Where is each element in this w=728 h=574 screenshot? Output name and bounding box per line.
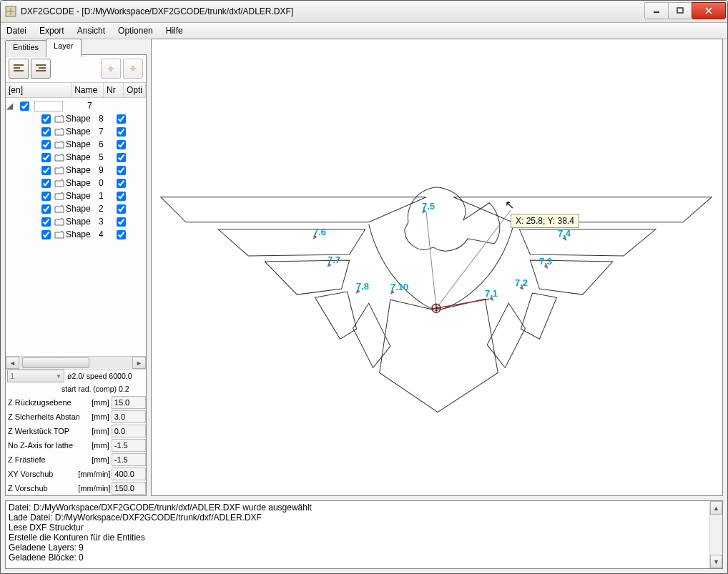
shape-opt-checkbox[interactable] xyxy=(117,179,126,188)
param-label: Z Frästiefe xyxy=(6,455,79,464)
shape-opt-checkbox[interactable] xyxy=(117,204,126,214)
shape-nr: 6 xyxy=(99,139,112,149)
shape-enable-checkbox[interactable] xyxy=(41,230,51,239)
minimize-button[interactable] xyxy=(644,2,669,19)
shape-enable-checkbox[interactable] xyxy=(41,179,51,188)
shape-icon xyxy=(53,114,66,123)
shape-opt-checkbox[interactable] xyxy=(117,230,126,239)
titlebar[interactable]: DXF2GCODE - [D:/MyWorkspace/DXF2GCODE/tr… xyxy=(1,1,727,23)
log-scrollbar[interactable]: ▲ ▼ xyxy=(709,501,722,568)
tree-root-row[interactable]: ◢ 7 xyxy=(6,99,146,112)
tree-row[interactable]: ◢Shape1 xyxy=(6,189,146,202)
move-down-button[interactable] xyxy=(123,59,143,79)
menu-export[interactable]: Export xyxy=(39,26,64,36)
coord-tooltip: X: 25.8; Y: 38.4 xyxy=(511,214,579,228)
close-button[interactable] xyxy=(692,2,726,19)
collapse-icon[interactable]: ◢ xyxy=(6,101,13,111)
shape-enable-checkbox[interactable] xyxy=(41,114,51,124)
shape-enable-checkbox[interactable] xyxy=(41,217,51,227)
param-label: XY Vorschub xyxy=(6,470,78,478)
param-unit: [mm] xyxy=(79,455,112,464)
shape-name: Shape xyxy=(66,165,99,175)
param-unit: [mm] xyxy=(79,412,112,421)
shape-enable-checkbox[interactable] xyxy=(41,127,51,137)
menu-ansicht[interactable]: Ansicht xyxy=(77,26,105,36)
tree-row[interactable]: ◢Shape2 xyxy=(6,202,146,215)
shape-enable-checkbox[interactable] xyxy=(41,153,51,162)
scroll-left-icon[interactable]: ◄ xyxy=(6,357,19,369)
shape-enable-checkbox[interactable] xyxy=(41,166,51,175)
shape-name: Shape xyxy=(66,152,99,162)
shape-nr: 5 xyxy=(99,152,112,162)
param-value[interactable]: 400.0 xyxy=(112,467,146,480)
param-value[interactable]: 15.0 xyxy=(112,396,146,409)
move-up-button[interactable] xyxy=(101,59,121,79)
param-label: Z Rückzugsebene xyxy=(6,398,79,407)
shape-enable-checkbox[interactable] xyxy=(41,140,51,149)
shape-name: Shape xyxy=(66,191,99,201)
shape-opt-checkbox[interactable] xyxy=(117,140,126,149)
app-icon xyxy=(5,6,16,17)
col-opt[interactable]: Opti xyxy=(124,83,146,97)
shape-enable-checkbox[interactable] xyxy=(41,204,51,214)
cursor-icon: ↖ xyxy=(505,198,514,212)
shape-opt-checkbox[interactable] xyxy=(117,127,126,137)
scroll-right-icon[interactable]: ► xyxy=(132,357,146,369)
svg-rect-4 xyxy=(132,66,134,68)
shape-name: Shape xyxy=(66,139,99,149)
shape-enable-checkbox[interactable] xyxy=(41,192,51,201)
col-nr[interactable]: Nr xyxy=(104,83,124,97)
shape-opt-checkbox[interactable] xyxy=(117,166,126,175)
menu-optionen[interactable]: Optionen xyxy=(118,26,153,36)
param-value[interactable]: -1.5 xyxy=(112,439,146,452)
maximize-button[interactable] xyxy=(668,2,692,19)
svg-rect-2 xyxy=(677,8,683,13)
menu-datei[interactable]: Datei xyxy=(6,26,26,36)
tree-row[interactable]: ◢Shape3 xyxy=(6,215,146,228)
root-name-edit[interactable] xyxy=(34,101,63,112)
side-panel: Entities Layer [en] Name xyxy=(5,39,147,496)
tool-info-1: ø2.0/ speed 6000.0 xyxy=(67,372,132,380)
shape-opt-checkbox[interactable] xyxy=(117,192,126,201)
shape-nr: 8 xyxy=(99,114,112,124)
menu-hilfe[interactable]: Hilfe xyxy=(166,26,183,36)
tab-layer[interactable]: Layer xyxy=(46,39,82,57)
tree-row[interactable]: ◢Shape8 xyxy=(6,112,146,125)
svg-rect-3 xyxy=(109,69,112,71)
drawing-canvas[interactable]: 7.57.67.47.77.37.87.27.107.1 ↖ X: 25.8; … xyxy=(151,39,723,496)
shape-name: Shape xyxy=(66,204,99,214)
param-value[interactable]: 0.0 xyxy=(112,425,146,437)
tree-hscroll[interactable]: ◄ ► xyxy=(6,356,146,369)
param-value[interactable]: 3.0 xyxy=(112,410,146,423)
param-row: No Z-Axis for lathe[mm]-1.5 xyxy=(6,438,146,452)
root-enable-checkbox[interactable] xyxy=(20,102,29,111)
scroll-down-icon[interactable]: ▼ xyxy=(710,555,722,568)
param-value[interactable]: 150.0 xyxy=(112,482,146,495)
param-unit: [mm] xyxy=(79,398,112,407)
tool-select[interactable]: 1▼ xyxy=(7,370,64,382)
shape-opt-checkbox[interactable] xyxy=(117,114,126,124)
scroll-up-icon[interactable]: ▲ xyxy=(710,501,722,515)
drawing-svg xyxy=(152,39,722,495)
tree-row[interactable]: ◢Shape7 xyxy=(6,125,146,138)
tree-row[interactable]: ◢Shape4 xyxy=(6,228,146,241)
scroll-thumb[interactable] xyxy=(22,357,89,368)
param-value[interactable]: -1.5 xyxy=(112,453,146,466)
svg-line-5 xyxy=(426,212,436,308)
log-panel[interactable]: Datei: D:/MyWorkspace/DXF2GCODE/trunk/dx… xyxy=(5,500,723,569)
align-indent-button[interactable] xyxy=(31,59,51,79)
shape-opt-checkbox[interactable] xyxy=(117,217,126,227)
tree-row[interactable]: ◢Shape0 xyxy=(6,177,146,189)
align-left-button[interactable] xyxy=(9,59,29,79)
shape-opt-checkbox[interactable] xyxy=(117,153,126,162)
tree-row[interactable]: ◢Shape9 xyxy=(6,164,146,177)
layer-tree[interactable]: [en] Name Nr Opti ◢ xyxy=(6,82,146,356)
col-name[interactable]: Name xyxy=(72,83,104,97)
shape-nr: 7 xyxy=(99,127,112,137)
tab-entities[interactable]: Entities xyxy=(5,40,46,57)
tree-row[interactable]: ◢Shape6 xyxy=(6,138,146,151)
tree-row[interactable]: ◢Shape5 xyxy=(6,151,146,164)
col-en[interactable]: [en] xyxy=(6,83,72,97)
shape-nr: 1 xyxy=(99,191,112,201)
tool-info-2: start rad. (comp) 0.2 xyxy=(62,385,129,393)
